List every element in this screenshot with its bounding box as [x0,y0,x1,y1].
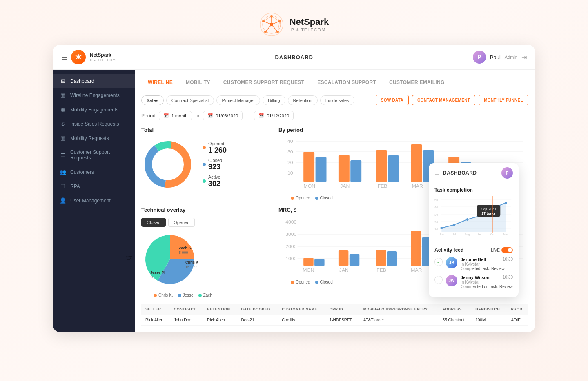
svg-text:Jesse M.: Jesse M. [150,270,166,275]
cell-customer: Codillis [278,315,325,326]
period-end-box[interactable]: 📅 01/12/2020 [254,111,294,120]
cell-opp: 1-HDFSREF [325,315,359,326]
svg-text:Zach A.: Zach A. [179,246,192,250]
legend-closed-bar: Closed [315,196,333,200]
activity-feed-title: Activity feed [434,247,463,253]
brand-name: NetSpark [90,52,116,58]
sidebar-label-wireline: Wireline Engagements [70,93,120,98]
sidebar-label-dashboard: Dashboard [70,78,94,84]
activity-avatar-1: JB [446,257,457,268]
svg-text:MON: MON [303,268,314,272]
sidebar-item-rpa[interactable]: ☐ RPA [53,179,135,193]
cell-retention: Rick Allen [203,315,237,326]
svg-point-25 [154,150,182,179]
activity-content-1: Jerome Bell 10:30 In Kyivstar Completed … [461,257,513,271]
total-chart: Total [141,127,272,200]
activity-sub-1: In Kyivstar [461,262,513,266]
sidebar-label-customers: Customers [70,169,94,175]
header-left: ☰ NetSpark IP & TELECOM [61,50,116,64]
sidebar-item-wireline[interactable]: ▦ Wireline Engagements [53,88,135,102]
sub-tab-retention[interactable]: Retention [288,95,318,105]
sidebar-item-customer-support[interactable]: ☰ Customer Support Requests [53,145,135,165]
sidebar-item-mobility-engagements[interactable]: ▦ Mobility Engagements [53,102,135,117]
sub-tab-contract[interactable]: Contract Specialist [166,95,214,105]
activity-item-1: ✓ JB Jerome Bell 10:30 In Kyivstar Compl… [434,257,513,271]
svg-text:JAN: JAN [340,184,350,188]
svg-text:MAR: MAR [412,184,423,188]
cell-band: 100M [471,315,507,326]
calendar-end-icon: 📅 [258,113,264,118]
svg-text:FEB: FEB [378,184,388,188]
sidebar-item-inside-sales[interactable]: $ Inside Sales Requests [53,117,135,131]
table-row: Rick Allen John Doe Rick Allen Dec-21 Co… [141,315,528,326]
header-title: DASHBOARD [275,54,313,60]
sub-tab-billing[interactable]: Billing [263,95,285,105]
period-start: 01/06/2020 [216,113,238,118]
customers-icon: 👥 [60,169,66,175]
donut-legend: Opened 1 260 Closed 923 [203,141,227,188]
svg-text:30: 30 [287,150,293,154]
logout-icon[interactable]: ⇥ [521,53,527,61]
sidebar-item-dashboard[interactable]: ⊞ Dashboard [53,74,135,88]
total-title: Total [141,127,272,133]
pie-label-zach: Zach [203,293,212,297]
sow-data-button[interactable]: SOW DATA [376,95,409,105]
col-contract: CONTRACT [170,304,203,315]
donut-container: Opened 1 260 Closed 923 [141,138,272,191]
header-right: P Paul Admin ⇥ [473,51,527,64]
sidebar-item-mobility-requests[interactable]: ▦ Mobility Requests [53,131,135,145]
sub-tab-project[interactable]: Project Manager [216,95,260,105]
period-duration-box[interactable]: 📅 1 month [159,111,192,120]
sub-tab-sales[interactable]: Sales [141,95,164,105]
activity-name-2: Jenny Wilson [461,275,490,280]
by-period-title: By period [278,127,528,133]
tab-wireline[interactable]: WIRELINE [141,76,179,89]
svg-rect-73 [387,251,397,266]
svg-line-12 [263,21,272,24]
period-start-box[interactable]: 📅 01/06/2020 [203,111,243,120]
tab-mobility[interactable]: MOBILITY [179,76,217,89]
contact-management-button[interactable]: CONTACT MANAGEMENT [412,95,475,105]
tab-customer-support[interactable]: CUSTOMER SUPPORT REQUEST [217,76,311,89]
tab-emailing[interactable]: CUSTOMER EMAILING [383,76,451,89]
legend-closed: Closed 923 [203,158,227,171]
right-panel-header: ☰ DASHBOARD P [429,163,519,183]
sidebar-label-user-management: User Management [70,198,111,204]
svg-text:Nov: Nov [503,233,509,236]
toggle-switch[interactable] [501,247,513,253]
main-tabs: WIRELINE MOBILITY CUSTOMER SUPPORT REQUE… [141,76,528,89]
filter-closed-btn[interactable]: Closed [141,218,166,227]
period-range-sep: — [246,113,251,119]
customer-support-icon: ☰ [60,152,66,158]
svg-text:15 000: 15 000 [185,265,197,269]
task-line-svg: 50 40 30 20 10 [434,196,513,237]
pie-legend-chrisk: Chris K. [154,293,173,297]
technical-overlay-chart: Technical overlay Closed Opened [141,207,272,297]
sidebar-label-mobility: Mobility Engagements [70,107,118,113]
tab-escalation[interactable]: ESCALATION SUPPORT [311,76,383,89]
pie-label-jesse: Jesse [183,293,194,297]
hamburger-icon[interactable]: ☰ [61,53,67,61]
monthly-funnel-button[interactable]: MONTHLY FUNNEL [479,95,528,105]
svg-text:10: 10 [434,228,438,231]
logo-name: NetSpark [290,17,329,27]
filter-opened-btn[interactable]: Opened [168,218,195,227]
calendar-icon: 📅 [163,113,169,118]
svg-line-9 [272,21,280,24]
sidebar-item-user-management[interactable]: 👤 User Management [53,193,135,208]
period-label: Period [141,113,156,119]
sidebar-item-customers[interactable]: 👥 Customers [53,165,135,179]
data-table: SELLER CONTRACT RETENTION DATE BOOKED CU… [141,304,528,326]
period-duration: 1 month [172,113,188,118]
svg-text:Oct: Oct [490,233,495,236]
sub-tab-inside[interactable]: Inside sales [320,95,354,105]
svg-text:FEB: FEB [376,268,386,272]
live-toggle[interactable]: LIVE [491,247,513,253]
svg-rect-69 [314,259,324,266]
opened-dot [203,146,206,149]
dashboard-icon: ⊞ [60,78,66,84]
active-label: Active [208,175,220,179]
svg-rect-72 [376,250,386,266]
panel-hamburger-icon[interactable]: ☰ [434,170,440,176]
svg-text:27 tasks: 27 tasks [481,211,495,215]
